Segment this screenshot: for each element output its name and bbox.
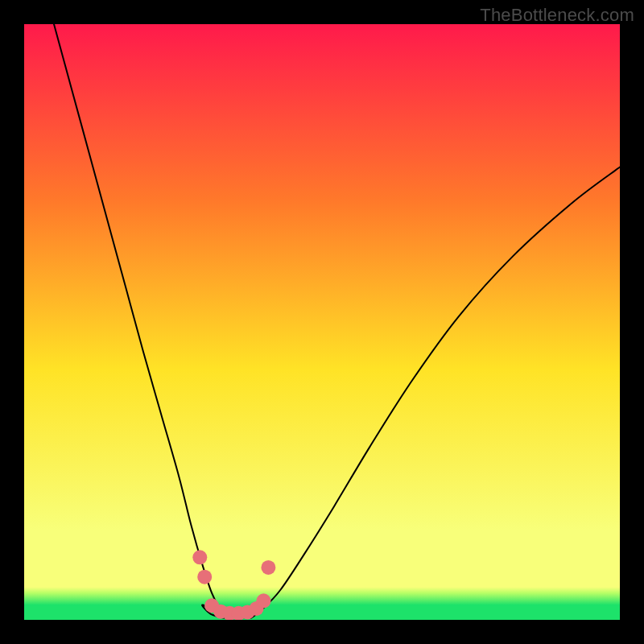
chart-svg <box>24 24 620 620</box>
valley-marker <box>256 593 270 608</box>
chart-frame: TheBottleneck.com <box>0 0 644 644</box>
plot-area <box>24 24 620 620</box>
valley-marker <box>261 560 275 575</box>
gradient-background <box>24 24 620 620</box>
valley-marker <box>192 550 207 564</box>
valley-marker <box>197 570 212 584</box>
watermark-text: TheBottleneck.com <box>480 5 634 26</box>
